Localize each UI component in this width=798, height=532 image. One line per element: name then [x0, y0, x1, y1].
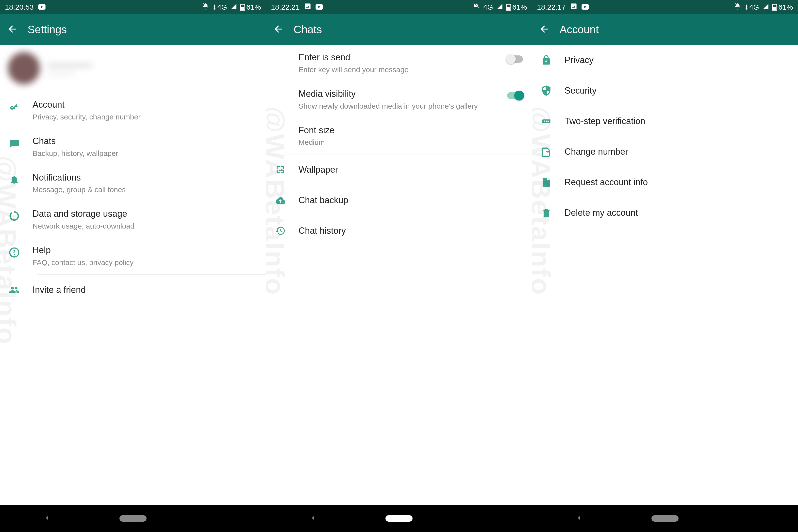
profile-name: —————	[47, 60, 92, 70]
nav-home-pill[interactable]	[651, 515, 679, 522]
toggle-enter-send[interactable]	[506, 54, 524, 64]
data-usage-icon	[8, 210, 21, 223]
signal-icon	[230, 3, 237, 11]
network-indicator: 4G	[745, 3, 759, 11]
nav-back-icon[interactable]	[43, 514, 51, 522]
back-icon[interactable]	[7, 24, 18, 36]
settings-item-invite[interactable]: Invite a friend	[0, 274, 266, 305]
shield-icon	[540, 84, 553, 97]
image-icon	[304, 3, 311, 12]
status-bar: 18:22:21 4G 61%	[266, 0, 532, 14]
svg-rect-14	[773, 7, 776, 10]
item-subtitle: Medium	[299, 137, 524, 147]
youtube-icon	[38, 3, 45, 11]
app-bar: Chats	[266, 14, 532, 45]
account-item-change-number[interactable]: Change number	[532, 136, 798, 167]
item-title: Security	[565, 85, 790, 97]
battery-icon: 61%	[241, 3, 261, 11]
back-icon[interactable]	[273, 24, 284, 36]
account-item-privacy[interactable]: Privacy	[532, 45, 798, 75]
item-subtitle: Network usage, auto-download	[33, 221, 258, 231]
screen-settings: 18:20:53 4G 61% Settings @WABetaInfo ———…	[0, 0, 266, 532]
svg-rect-2	[242, 4, 243, 4]
sim-swap-icon	[540, 145, 553, 158]
chats-item-wallpaper[interactable]: Wallpaper	[266, 154, 532, 185]
item-subtitle: Show newly downloaded media in your phon…	[299, 101, 494, 111]
network-indicator: 4G	[483, 3, 493, 11]
document-icon	[540, 176, 553, 189]
nav-back-icon[interactable]	[575, 514, 583, 522]
app-bar: Account	[532, 14, 798, 45]
account-item-security[interactable]: Security	[532, 75, 798, 106]
chats-item-history[interactable]: Chat history	[266, 215, 532, 246]
settings-item-help[interactable]: Help FAQ, contact us, privacy policy	[0, 238, 266, 274]
item-title: Font size	[299, 125, 524, 136]
chats-content: @WABetaInfo Enter is send Enter key will…	[266, 45, 532, 505]
item-subtitle: FAQ, contact us, privacy policy	[33, 258, 258, 267]
item-subtitle: Message, group & call tones	[33, 185, 258, 194]
account-content: @WABetaInfo Privacy Security Two-step ve…	[532, 45, 798, 505]
svg-rect-3	[241, 7, 244, 10]
account-item-delete[interactable]: Delete my account	[532, 197, 798, 228]
item-subtitle: Enter key will send your message	[299, 65, 494, 74]
item-title: Request account info	[565, 176, 790, 188]
chats-item-font-size[interactable]: Font size Medium	[266, 118, 532, 154]
item-subtitle: Privacy, security, change number	[33, 112, 258, 122]
item-title: Account	[33, 99, 258, 111]
profile-row[interactable]: ————— ————	[0, 45, 266, 92]
account-item-two-step[interactable]: Two-step verification	[532, 106, 798, 136]
notification-off-icon	[202, 3, 209, 12]
chats-item-backup[interactable]: Chat backup	[266, 185, 532, 215]
chats-item-media-visibility[interactable]: Media visibility Show newly downloaded m…	[266, 81, 532, 118]
back-icon[interactable]	[539, 24, 550, 36]
svg-rect-13	[774, 4, 775, 4]
people-icon	[8, 284, 21, 296]
status-bar: 18:22:17 4G 61%	[532, 0, 798, 14]
settings-item-notifications[interactable]: Notifications Message, group & call tone…	[0, 165, 266, 202]
svg-point-16	[544, 120, 545, 122]
item-title: Media visibility	[299, 88, 494, 100]
item-title: Data and storage usage	[33, 208, 258, 220]
svg-point-17	[546, 120, 547, 122]
settings-content: @WABetaInfo ————— ———— Account Privacy, …	[0, 45, 266, 505]
status-time: 18:22:21	[271, 3, 300, 11]
signal-icon	[762, 3, 769, 11]
nav-home-pill[interactable]	[119, 515, 147, 522]
item-title: Chat history	[299, 225, 524, 237]
nav-home-pill[interactable]	[385, 515, 413, 522]
chats-item-enter-send[interactable]: Enter is send Enter key will send your m…	[266, 45, 532, 81]
cloud-upload-icon	[274, 194, 287, 207]
svg-point-18	[548, 120, 549, 122]
screen-chats: 18:22:21 4G 61% Chats @WABetaInfo Enter …	[266, 0, 532, 532]
toggle-media-visibility[interactable]	[506, 91, 524, 100]
item-title: Help	[33, 245, 258, 256]
page-title: Chats	[293, 23, 322, 36]
item-title: Notifications	[33, 172, 258, 184]
settings-item-data[interactable]: Data and storage usage Network usage, au…	[0, 201, 266, 238]
settings-item-account[interactable]: Account Privacy, security, change number	[0, 92, 266, 129]
item-subtitle: Backup, history, wallpaper	[33, 149, 258, 158]
account-item-request-info[interactable]: Request account info	[532, 167, 798, 197]
bell-icon	[8, 173, 21, 186]
item-title: Privacy	[565, 54, 790, 66]
settings-item-chats[interactable]: Chats Backup, history, wallpaper	[0, 129, 266, 165]
image-icon	[570, 3, 577, 12]
screen-account: 18:22:17 4G 61% Account @WABetaInfo Priv…	[532, 0, 798, 532]
pin-icon	[540, 115, 553, 128]
svg-rect-5	[305, 3, 310, 9]
item-title: Wallpaper	[299, 164, 524, 176]
item-title: Chats	[33, 135, 258, 147]
item-title: Enter is send	[299, 52, 494, 63]
history-icon	[274, 224, 287, 237]
notification-off-icon	[734, 3, 741, 12]
status-time: 18:20:53	[5, 3, 34, 11]
item-title: Invite a friend	[33, 284, 258, 296]
item-title: Two-step verification	[565, 115, 790, 127]
key-icon	[8, 100, 21, 113]
lock-icon	[540, 54, 553, 66]
page-title: Settings	[27, 23, 67, 36]
nav-back-icon[interactable]	[309, 514, 317, 522]
svg-rect-9	[507, 7, 510, 10]
help-icon	[8, 246, 21, 259]
notification-off-icon	[472, 3, 480, 12]
